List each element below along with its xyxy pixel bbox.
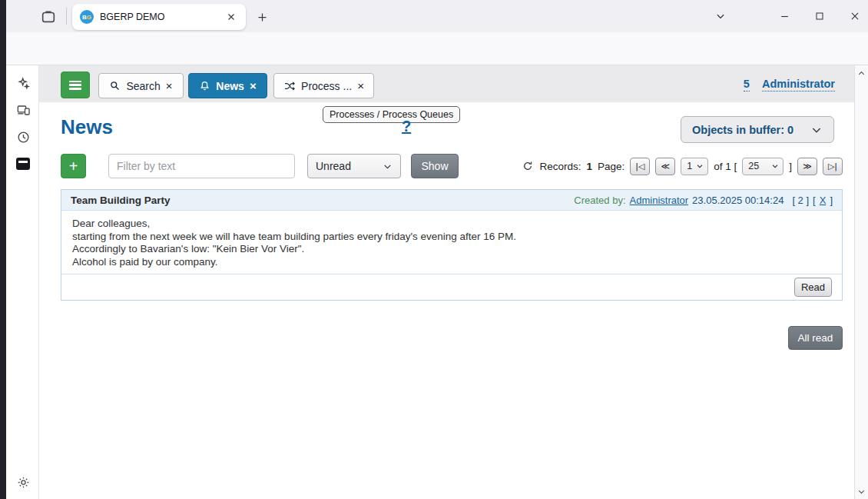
news-item-header: Team Building Party Created by: Administ… (61, 190, 842, 211)
plus-icon: + (69, 158, 78, 175)
all-read-button[interactable]: All read (788, 326, 843, 350)
news-title: Team Building Party (71, 195, 171, 206)
show-button[interactable]: Show (411, 154, 459, 178)
of-total-label: of 1 [ (714, 161, 737, 172)
app-tab-news[interactable]: News × (188, 73, 267, 98)
mode-value: Unread (316, 160, 351, 172)
page-title: News (61, 115, 113, 139)
window-edge (0, 0, 6, 499)
close-bracket-open: [ (813, 195, 816, 206)
search-icon (109, 80, 121, 91)
news-body-line: Accordingly to Bavarian's low: "Kein Bie… (72, 243, 831, 256)
maximize-button[interactable] (807, 5, 833, 27)
menu-bars-icon (69, 81, 81, 90)
firefox-sidebar (6, 65, 39, 499)
news-close-link[interactable]: X (820, 195, 827, 206)
filter-input[interactable] (108, 154, 295, 178)
bookmarks-panel-icon[interactable] (12, 153, 34, 175)
browser-window: BG BGERP DEMO (0, 0, 868, 499)
scroll-down-icon[interactable] (855, 485, 868, 497)
bell-icon (199, 80, 210, 91)
chevron-down-icon (810, 124, 823, 136)
favicon-letter-g: G (87, 14, 91, 21)
app-tab-search[interactable]: Search × (98, 73, 184, 98)
chevron-down-icon (771, 162, 779, 170)
chevron-down-icon (383, 161, 393, 171)
page-number-select[interactable]: 1 (681, 158, 708, 175)
news-item-footer: Read (61, 274, 842, 300)
news-body-line: starting from the next week we will have… (72, 231, 831, 244)
bgerp-app: Search × News × Process ... × 5 Administ… (39, 65, 854, 499)
author-link[interactable]: Administrator (630, 195, 689, 206)
page-size-select[interactable]: 25 (742, 158, 784, 175)
news-count-badge[interactable]: [ 2 ] (792, 195, 809, 206)
refresh-icon[interactable] (522, 160, 534, 172)
browser-tab-title: BGERP DEMO (100, 12, 223, 22)
created-by-label: Created by: (574, 195, 625, 206)
news-meta: Created by: Administrator 23.05.2025 00:… (574, 195, 833, 206)
app-tab-process[interactable]: Process ... × (273, 73, 374, 98)
tab-close-icon[interactable] (223, 8, 240, 25)
news-datetime: 23.05.2025 00:14:24 (692, 195, 784, 206)
tab-close-icon[interactable]: × (166, 80, 173, 91)
tab-close-icon[interactable]: × (357, 80, 364, 91)
ai-chat-icon[interactable] (12, 72, 34, 93)
buffer-label: Objects in buffer: 0 (692, 124, 793, 136)
tab-label-process: Process ... (301, 80, 352, 92)
records-label: Records: (539, 161, 581, 172)
next-page-button[interactable]: ≫ (797, 158, 817, 175)
last-page-button[interactable]: ▷| (823, 158, 843, 175)
news-body: Dear colleagues, starting from the next … (61, 211, 842, 274)
app-tab-band: Search × News × Process ... × 5 Administ… (39, 65, 854, 102)
news-body-line: Dear colleagues, (72, 218, 831, 231)
help-link[interactable]: ? (402, 118, 411, 135)
sidebar-settings-gear-icon[interactable] (12, 471, 34, 493)
records-value: 1 (586, 161, 592, 172)
tab-label-news: News (216, 80, 244, 92)
user-name-link[interactable]: Administrator (762, 78, 835, 91)
news-item: Team Building Party Created by: Administ… (61, 189, 843, 301)
minimize-button[interactable] (771, 5, 797, 27)
new-tab-button[interactable] (252, 7, 272, 27)
process-tab-tooltip: Processes / Process Queues (323, 106, 460, 123)
tab-label-search: Search (126, 80, 160, 92)
page-scrollbar[interactable] (854, 65, 868, 499)
app-main-menu-button[interactable] (61, 72, 90, 98)
browser-tab[interactable]: BG BGERP DEMO (72, 4, 246, 30)
site-favicon: BG (80, 10, 94, 24)
page-number-value: 1 (687, 161, 692, 171)
firefox-view-icon (40, 8, 57, 25)
browser-titlebar: BG BGERP DEMO (6, 0, 868, 32)
close-button[interactable] (842, 5, 868, 27)
firefox-view-button[interactable] (37, 6, 60, 28)
scroll-up-icon[interactable] (855, 67, 868, 79)
page-label: Page: (598, 161, 624, 172)
read-mode-select[interactable]: Unread (307, 154, 401, 178)
user-id-link[interactable]: 5 (744, 78, 750, 91)
add-news-button[interactable]: + (61, 154, 86, 178)
objects-in-buffer-dropdown[interactable]: Objects in buffer: 0 (681, 116, 834, 143)
history-clock-icon[interactable] (12, 126, 34, 148)
page-size-value: 25 (748, 161, 759, 171)
shuffle-icon (283, 80, 296, 92)
chevron-down-icon (696, 162, 704, 170)
synced-tabs-icon[interactable] (12, 99, 34, 121)
first-page-button[interactable]: |◁ (630, 158, 650, 175)
tab-separator (66, 8, 67, 25)
user-links: 5 Administrator (744, 78, 835, 91)
pagination-bar: Records: 1 Page: |◁ ≪ 1 of 1 [ 25 ] ≫ ▷| (522, 155, 843, 177)
tab-close-icon[interactable]: × (250, 80, 257, 91)
browser-toolbar: demo.bgerp.org/user/news S A uO (6, 32, 868, 65)
close-bracket-end: ] (830, 195, 833, 206)
news-body-line: Alcohol is paid by our company. (72, 256, 831, 269)
tab-list-chevron-icon[interactable] (707, 5, 734, 27)
prev-page-button[interactable]: ≪ (655, 158, 675, 175)
bracket-close: ] (789, 161, 792, 172)
read-button[interactable]: Read (794, 278, 832, 297)
